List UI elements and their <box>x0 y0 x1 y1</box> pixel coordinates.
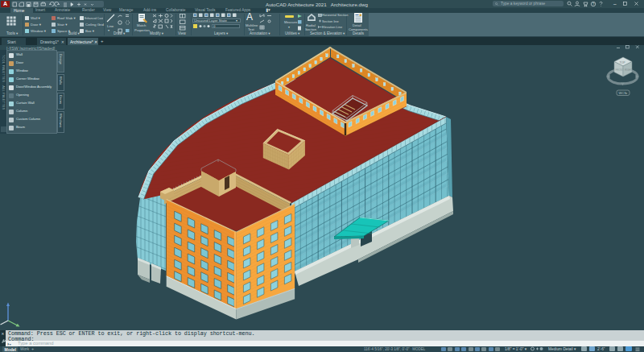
svg-text:FRONT: FRONT <box>616 68 624 72</box>
svg-text:RIGHT: RIGHT <box>625 68 633 72</box>
svg-text:TOP: TOP <box>620 61 626 64</box>
